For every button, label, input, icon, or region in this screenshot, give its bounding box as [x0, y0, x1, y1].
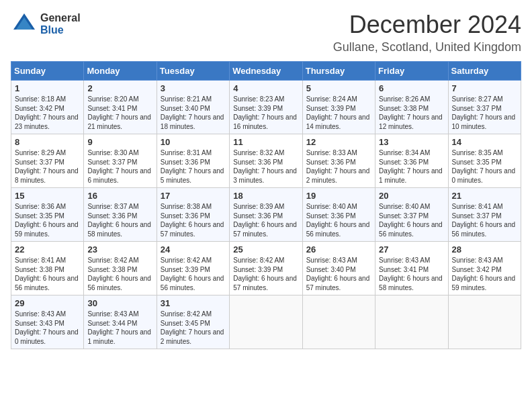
calendar-cell: 22Sunrise: 8:41 AMSunset: 3:38 PMDayligh… [11, 242, 84, 295]
day-number: 11 [233, 137, 298, 147]
day-number: 27 [379, 244, 444, 255]
calendar-cell: 29Sunrise: 8:43 AMSunset: 3:43 PMDayligh… [11, 295, 84, 349]
logo: General Blue [11, 11, 81, 38]
calendar-cell: 31Sunrise: 8:42 AMSunset: 3:45 PMDayligh… [157, 295, 229, 349]
header-saturday: Saturday [448, 62, 521, 81]
day-detail: Sunrise: 8:41 AMSunset: 3:38 PMDaylight:… [15, 256, 80, 292]
logo-general-text: General [40, 12, 81, 24]
calendar-cell: 1Sunrise: 8:18 AMSunset: 3:42 PMDaylight… [11, 81, 84, 134]
header-friday: Friday [375, 62, 448, 81]
day-detail: Sunrise: 8:42 AMSunset: 3:39 PMDaylight:… [161, 256, 226, 292]
day-number: 6 [379, 83, 444, 93]
week-row-1: 1Sunrise: 8:18 AMSunset: 3:42 PMDaylight… [11, 81, 521, 134]
day-detail: Sunrise: 8:18 AMSunset: 3:42 PMDaylight:… [15, 95, 80, 131]
calendar-cell: 4Sunrise: 8:23 AMSunset: 3:39 PMDaylight… [230, 81, 302, 134]
day-detail: Sunrise: 8:39 AMSunset: 3:36 PMDaylight:… [233, 202, 298, 238]
day-number: 3 [161, 83, 226, 93]
day-detail: Sunrise: 8:42 AMSunset: 3:38 PMDaylight:… [87, 256, 152, 292]
day-number: 29 [15, 298, 80, 308]
day-detail: Sunrise: 8:31 AMSunset: 3:36 PMDaylight:… [161, 148, 226, 185]
calendar-cell: 24Sunrise: 8:42 AMSunset: 3:39 PMDayligh… [157, 242, 229, 295]
day-detail: Sunrise: 8:29 AMSunset: 3:37 PMDaylight:… [15, 148, 80, 185]
day-number: 8 [15, 137, 80, 147]
days-of-week-row: SundayMondayTuesdayWednesdayThursdayFrid… [11, 62, 521, 81]
day-detail: Sunrise: 8:43 AMSunset: 3:44 PMDaylight:… [87, 310, 152, 346]
calendar-cell: 15Sunrise: 8:36 AMSunset: 3:35 PMDayligh… [11, 188, 84, 242]
day-number: 26 [306, 244, 371, 255]
day-detail: Sunrise: 8:20 AMSunset: 3:41 PMDaylight:… [87, 95, 152, 131]
calendar-cell: 13Sunrise: 8:34 AMSunset: 3:36 PMDayligh… [375, 134, 448, 188]
calendar-table: SundayMondayTuesdayWednesdayThursdayFrid… [11, 61, 521, 349]
day-detail: Sunrise: 8:43 AMSunset: 3:43 PMDaylight:… [15, 310, 80, 346]
day-detail: Sunrise: 8:34 AMSunset: 3:36 PMDaylight:… [379, 148, 444, 185]
title-area: December 2024 Gullane, Scotland, United … [333, 11, 521, 54]
calendar-cell: 21Sunrise: 8:41 AMSunset: 3:37 PMDayligh… [448, 188, 521, 242]
calendar-cell: 9Sunrise: 8:30 AMSunset: 3:37 PMDaylight… [84, 134, 157, 188]
calendar-cell: 2Sunrise: 8:20 AMSunset: 3:41 PMDaylight… [84, 81, 157, 134]
logo-icon [11, 11, 38, 38]
day-detail: Sunrise: 8:37 AMSunset: 3:36 PMDaylight:… [87, 202, 152, 238]
day-detail: Sunrise: 8:23 AMSunset: 3:39 PMDaylight:… [233, 95, 298, 131]
calendar-cell: 19Sunrise: 8:40 AMSunset: 3:36 PMDayligh… [302, 188, 375, 242]
day-number: 1 [15, 83, 80, 93]
calendar-cell: 8Sunrise: 8:29 AMSunset: 3:37 PMDaylight… [11, 134, 84, 188]
day-detail: Sunrise: 8:36 AMSunset: 3:35 PMDaylight:… [15, 202, 80, 238]
day-number: 23 [87, 244, 152, 255]
calendar-body: 1Sunrise: 8:18 AMSunset: 3:42 PMDaylight… [11, 81, 521, 349]
day-number: 31 [161, 298, 226, 308]
day-number: 16 [87, 191, 152, 201]
calendar-cell: 12Sunrise: 8:33 AMSunset: 3:36 PMDayligh… [302, 134, 375, 188]
day-detail: Sunrise: 8:43 AMSunset: 3:41 PMDaylight:… [379, 256, 444, 292]
calendar-cell: 16Sunrise: 8:37 AMSunset: 3:36 PMDayligh… [84, 188, 157, 242]
calendar-cell: 14Sunrise: 8:35 AMSunset: 3:35 PMDayligh… [448, 134, 521, 188]
day-detail: Sunrise: 8:35 AMSunset: 3:35 PMDaylight:… [452, 148, 517, 185]
calendar-header: SundayMondayTuesdayWednesdayThursdayFrid… [11, 62, 521, 81]
week-row-5: 29Sunrise: 8:43 AMSunset: 3:43 PMDayligh… [11, 295, 521, 349]
day-detail: Sunrise: 8:42 AMSunset: 3:45 PMDaylight:… [161, 310, 226, 346]
day-number: 18 [233, 191, 298, 201]
day-detail: Sunrise: 8:33 AMSunset: 3:36 PMDaylight:… [306, 148, 371, 185]
calendar-cell: 25Sunrise: 8:42 AMSunset: 3:39 PMDayligh… [230, 242, 302, 295]
calendar-cell: 3Sunrise: 8:21 AMSunset: 3:40 PMDaylight… [157, 81, 229, 134]
calendar-cell: 30Sunrise: 8:43 AMSunset: 3:44 PMDayligh… [84, 295, 157, 349]
calendar-cell [302, 295, 375, 349]
day-number: 22 [15, 244, 80, 255]
calendar-cell: 18Sunrise: 8:39 AMSunset: 3:36 PMDayligh… [230, 188, 302, 242]
day-detail: Sunrise: 8:30 AMSunset: 3:37 PMDaylight:… [87, 148, 152, 185]
day-number: 10 [161, 137, 226, 147]
day-detail: Sunrise: 8:21 AMSunset: 3:40 PMDaylight:… [161, 95, 226, 131]
calendar-cell: 20Sunrise: 8:40 AMSunset: 3:37 PMDayligh… [375, 188, 448, 242]
day-detail: Sunrise: 8:27 AMSunset: 3:37 PMDaylight:… [452, 95, 517, 131]
subtitle: Gullane, Scotland, United Kingdom [333, 40, 521, 54]
day-number: 14 [452, 137, 517, 147]
day-detail: Sunrise: 8:43 AMSunset: 3:42 PMDaylight:… [452, 256, 517, 292]
day-number: 5 [306, 83, 371, 93]
day-number: 21 [452, 191, 517, 201]
day-detail: Sunrise: 8:40 AMSunset: 3:37 PMDaylight:… [379, 202, 444, 238]
header-sunday: Sunday [11, 62, 84, 81]
day-detail: Sunrise: 8:43 AMSunset: 3:40 PMDaylight:… [306, 256, 371, 292]
header-thursday: Thursday [302, 62, 375, 81]
day-number: 7 [452, 83, 517, 93]
day-number: 17 [161, 191, 226, 201]
day-detail: Sunrise: 8:32 AMSunset: 3:36 PMDaylight:… [233, 148, 298, 185]
day-number: 19 [306, 191, 371, 201]
calendar-cell: 5Sunrise: 8:24 AMSunset: 3:39 PMDaylight… [302, 81, 375, 134]
calendar-cell: 7Sunrise: 8:27 AMSunset: 3:37 PMDaylight… [448, 81, 521, 134]
day-number: 24 [161, 244, 226, 255]
day-number: 25 [233, 244, 298, 255]
calendar-cell: 10Sunrise: 8:31 AMSunset: 3:36 PMDayligh… [157, 134, 229, 188]
calendar-cell: 17Sunrise: 8:38 AMSunset: 3:36 PMDayligh… [157, 188, 229, 242]
week-row-3: 15Sunrise: 8:36 AMSunset: 3:35 PMDayligh… [11, 188, 521, 242]
logo-blue-text: Blue [40, 24, 81, 36]
page-header: General Blue December 2024 Gullane, Scot… [11, 11, 521, 54]
calendar-cell: 11Sunrise: 8:32 AMSunset: 3:36 PMDayligh… [230, 134, 302, 188]
day-number: 9 [87, 137, 152, 147]
logo-text: General Blue [40, 12, 81, 36]
day-number: 15 [15, 191, 80, 201]
day-detail: Sunrise: 8:26 AMSunset: 3:38 PMDaylight:… [379, 95, 444, 131]
calendar-cell [230, 295, 302, 349]
day-detail: Sunrise: 8:38 AMSunset: 3:36 PMDaylight:… [161, 202, 226, 238]
day-detail: Sunrise: 8:40 AMSunset: 3:36 PMDaylight:… [306, 202, 371, 238]
header-wednesday: Wednesday [230, 62, 302, 81]
